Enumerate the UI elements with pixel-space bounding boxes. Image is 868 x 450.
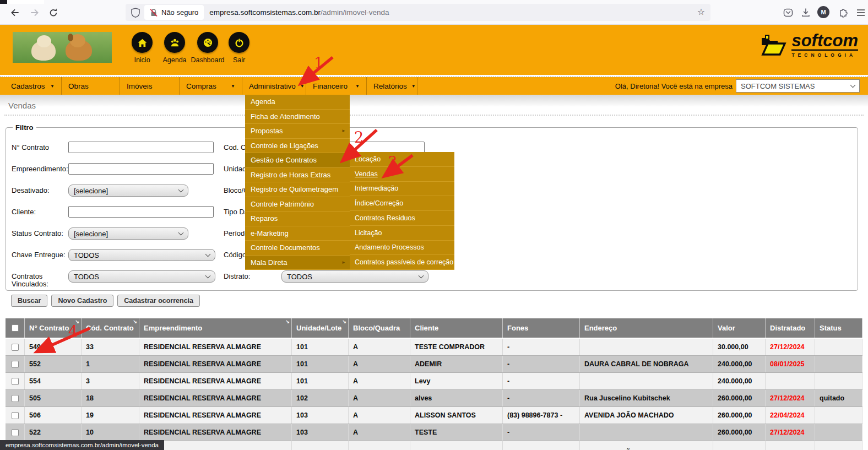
cadastrar-ocorrencia-button[interactable]: Cadastrar ocorrencia	[117, 295, 200, 307]
reload-icon[interactable]	[45, 4, 62, 21]
pocket-icon[interactable]	[782, 6, 795, 19]
sort-icon[interactable]: ↘	[342, 319, 346, 324]
nav-label: Inicio	[130, 56, 154, 64]
table-cell: 18	[82, 390, 139, 406]
table-cell: 101	[292, 339, 349, 355]
downloads-icon[interactable]	[799, 6, 812, 19]
distrato-select[interactable]: TODOS	[281, 270, 428, 283]
menubar-item-compras[interactable]: Compras▼	[180, 77, 242, 95]
nav-inicio[interactable]: Inicio	[130, 32, 154, 64]
menubar-item-label: Financeiro	[313, 82, 348, 90]
column-header-n-contrato[interactable]: N° Contrato↘	[25, 318, 82, 338]
chevron-down-icon	[850, 82, 856, 88]
table-row[interactable]: 50518RESIDENCIAL RESERVA ALMAGRE102Aalve…	[6, 390, 862, 407]
contratos-vinculados-select[interactable]: TODOS	[68, 270, 215, 283]
profile-avatar[interactable]: M	[817, 6, 829, 18]
column-header-unidade-lote[interactable]: Unidade/Lote↘	[292, 318, 349, 338]
nav-sair[interactable]: Sair	[227, 32, 251, 64]
menubar-item-financeiro[interactable]: Financeiro▼	[306, 77, 367, 95]
extensions-puzzle-icon[interactable]	[837, 6, 850, 19]
submenu-item-vendas[interactable]: Vendas	[350, 167, 454, 182]
table-row[interactable]: 50619RESIDENCIAL RESERVA ALMAGRE103AALIS…	[6, 407, 862, 424]
novo-cadastro-button[interactable]: Novo Cadastro	[51, 295, 113, 307]
table-cell: A	[349, 373, 410, 389]
submenu-item-andamento-processos[interactable]: Andamento Processos	[350, 241, 454, 256]
chave-entregue-select[interactable]: TODOS	[68, 249, 215, 261]
bookmark-star-icon[interactable]: ☆	[697, 7, 705, 17]
security-chip[interactable]: Não seguro	[144, 5, 204, 20]
table-cell: 549	[25, 339, 82, 355]
column-header-valor[interactable]: Valor	[713, 318, 766, 338]
submenu-item-intermediacao[interactable]: Intermediação	[350, 182, 454, 197]
forward-icon[interactable]	[26, 4, 43, 21]
column-header-empreendimento[interactable]: Empreendimento↘	[139, 318, 292, 338]
column-header-cliente[interactable]: Cliente	[410, 318, 503, 338]
menu-item-controle-de-ligacoes[interactable]: Controle de Ligações	[245, 139, 350, 154]
table-cell: AVENIDA JOÃO MACHADO	[580, 441, 713, 450]
table-row[interactable]: 5543RESIDENCIAL RESERVA ALMAGRE101ALevy-…	[6, 373, 862, 390]
back-icon[interactable]	[7, 4, 23, 21]
table-cell: 240.000,00	[713, 356, 766, 372]
menu-item-reparos[interactable]: Reparos	[245, 212, 350, 226]
menu-item-e-marketing[interactable]: e-Marketing	[245, 226, 350, 241]
table-cell: 101	[292, 356, 349, 372]
row-checkbox[interactable]	[12, 344, 19, 351]
table-cell: 101	[292, 373, 349, 389]
menubar-item-imoveis[interactable]: Imóveis	[120, 77, 180, 95]
menubar-item-administrativo[interactable]: Administrativo▼	[242, 77, 306, 95]
submenu-item-contratos-passiveis-de-correcao[interactable]: Contratos passíveis de correção	[350, 255, 454, 270]
n-contrato-input[interactable]	[68, 142, 214, 153]
buscar-button[interactable]: Buscar	[11, 295, 47, 307]
table-row[interactable]: 52210RESIDENCIAL RESERVA ALMAGRE103ATEST…	[6, 424, 862, 441]
column-header-status[interactable]: Status	[815, 318, 862, 338]
column-header-bloco-quadra[interactable]: Bloco/Quadra	[349, 318, 410, 338]
menu-item-ficha-de-atendimento[interactable]: Ficha de Atendimento	[245, 110, 350, 124]
row-checkbox[interactable]	[12, 429, 19, 436]
table-cell	[349, 441, 410, 450]
table-cell: Rua Juscelino Kubitschek	[580, 390, 713, 406]
menu-hamburger-icon[interactable]	[854, 6, 867, 19]
nav-label: Agenda	[162, 56, 187, 64]
nav-agenda[interactable]: Agenda	[162, 32, 187, 64]
column-header-distratado[interactable]: Distratado	[766, 318, 815, 338]
menu-item-controle-documentos[interactable]: Controle Documentos	[245, 241, 350, 256]
sort-icon[interactable]: ↘	[75, 319, 79, 324]
row-checkbox[interactable]	[12, 378, 19, 385]
menu-item-mala-direta[interactable]: Mala Direta►	[245, 256, 350, 270]
submenu-item-contratos-residuos[interactable]: Contratos Residuos	[350, 211, 454, 226]
row-checkbox[interactable]	[12, 361, 19, 368]
table-row[interactable]: 54933RESIDENCIAL RESERVA ALMAGRE101ATEST…	[6, 339, 862, 356]
menu-item-registro-de-horas-extras[interactable]: Registro de Horas Extras	[245, 168, 350, 183]
empreendimento-input[interactable]	[68, 163, 214, 175]
row-checkbox[interactable]	[12, 412, 19, 419]
sort-icon[interactable]: ↘	[285, 319, 290, 324]
menu-item-agenda[interactable]: Agenda	[245, 95, 350, 110]
column-header-endereco[interactable]: Endereço	[580, 318, 713, 338]
people-icon	[164, 32, 185, 53]
menubar-item-relatorios[interactable]: Relatórios▼	[367, 77, 417, 95]
status-contrato-select[interactable]: [selecione]	[68, 227, 188, 240]
url-bar[interactable]: Não seguro empresa.softcomsistemas.com.b…	[126, 4, 710, 21]
cliente-input[interactable]	[68, 206, 214, 218]
menu-item-gestao-de-contratos[interactable]: Gestão de Contratos►	[245, 153, 350, 168]
nav-dashboard[interactable]: Dashboard	[189, 32, 226, 64]
submenu-item-label: Contratos Residuos	[355, 214, 415, 222]
desativado-select[interactable]: [selecione]	[68, 185, 188, 197]
menubar-item-cadastros[interactable]: Cadastros▼	[4, 77, 62, 95]
submenu-item-licitacao[interactable]: Licitação	[350, 226, 454, 241]
submenu-item-locacao[interactable]: Locação	[350, 152, 454, 167]
row-checkbox[interactable]	[12, 395, 19, 402]
sort-icon[interactable]: ↘	[133, 319, 137, 324]
column-header-fones[interactable]: Fones	[503, 318, 580, 338]
table-cell	[815, 441, 862, 450]
table-row[interactable]: 5521RESIDENCIAL RESERVA ALMAGRE101AADEMI…	[6, 356, 862, 373]
menu-item-controle-patrimonio[interactable]: Controle Patrimônio	[245, 197, 350, 212]
select-all-checkbox[interactable]	[12, 324, 19, 332]
menu-item-propostas[interactable]: Propostas►	[245, 124, 350, 139]
company-select[interactable]: SOFTCOM SISTEMAS	[736, 79, 860, 93]
column-header-cod-contrato[interactable]: Cód. Contrato↘	[82, 318, 139, 338]
menu-item-label: Controle Documentos	[251, 243, 320, 252]
submenu-item-indice-correcao[interactable]: Índice/Correção	[350, 196, 454, 211]
menu-item-registro-de-quilometragem[interactable]: Registro de Quilometragem	[245, 182, 350, 197]
menubar-item-obras[interactable]: Obras	[62, 77, 120, 95]
